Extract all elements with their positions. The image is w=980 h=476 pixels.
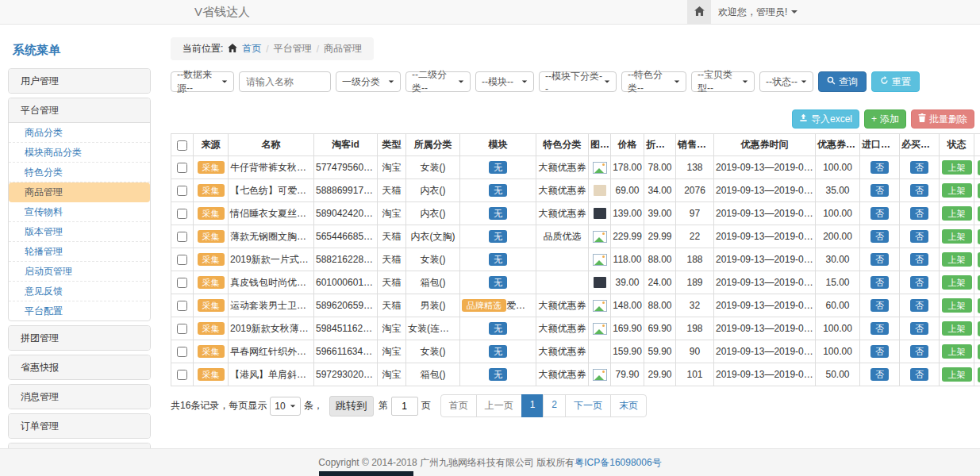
status-badge[interactable]: 上架 xyxy=(942,229,972,244)
sidebar-item-意见反馈[interactable]: 意见反馈 xyxy=(9,282,150,301)
import-select-toggle[interactable]: 否 xyxy=(870,299,889,312)
must-buy-toggle[interactable]: 否 xyxy=(910,230,928,243)
must-buy-toggle[interactable]: 否 xyxy=(910,161,928,174)
import-select-toggle[interactable]: 否 xyxy=(870,161,889,174)
import-select-toggle[interactable]: 否 xyxy=(870,276,889,289)
search-button[interactable]: 查询 xyxy=(818,71,867,92)
price: 69.00 xyxy=(611,179,644,202)
sidebar-group-header-3[interactable]: 省惠快报 xyxy=(9,355,150,379)
filter-select-8[interactable]: --状态-- xyxy=(759,71,813,92)
trash-icon xyxy=(918,113,926,125)
row-checkbox[interactable] xyxy=(177,347,187,357)
import-select-toggle[interactable]: 否 xyxy=(870,368,889,381)
coupon-time: 2019-09-13—2019-09-20 xyxy=(714,271,816,294)
filter-select-0[interactable]: --数据来源-- xyxy=(171,71,234,92)
must-buy-toggle[interactable]: 否 xyxy=(910,276,928,289)
status-badge[interactable]: 上架 xyxy=(942,275,972,290)
import-select-toggle[interactable]: 否 xyxy=(870,345,889,358)
pager-下一页[interactable]: 下一页 xyxy=(565,394,611,417)
must-buy-toggle[interactable]: 否 xyxy=(910,345,928,358)
price: 169.90 xyxy=(611,317,644,340)
name-search-input[interactable] xyxy=(239,71,331,92)
status-badge[interactable]: 上架 xyxy=(942,252,972,267)
must-buy-toggle[interactable]: 否 xyxy=(910,184,928,197)
page-number-input[interactable] xyxy=(391,397,418,416)
filter-select-2[interactable]: 一级分类 xyxy=(336,71,401,92)
sidebar-group-header-2[interactable]: 拼团管理 xyxy=(9,326,150,350)
filter-select-6[interactable]: --特色分类-- xyxy=(621,71,686,92)
must-buy-toggle[interactable]: 否 xyxy=(910,207,928,220)
import-select-toggle[interactable]: 否 xyxy=(870,184,889,197)
filter-select-5[interactable]: --模块下分类-- xyxy=(539,71,617,92)
filter-select-4[interactable]: --模块-- xyxy=(475,71,534,92)
row-checkbox[interactable] xyxy=(177,370,187,380)
sidebar-item-商品管理[interactable]: 商品管理 xyxy=(9,182,150,202)
filter-bar: --数据来源--一级分类--二级分类----模块----模块下分类----特色分… xyxy=(171,71,974,92)
status-badge[interactable]: 上架 xyxy=(942,367,972,382)
pager-1[interactable]: 1 xyxy=(521,394,544,417)
status-badge[interactable]: 上架 xyxy=(942,183,972,198)
user-menu[interactable]: 欢迎您，管理员! xyxy=(718,0,797,24)
sidebar-group-header-1[interactable]: 平台管理 xyxy=(9,98,150,123)
row-checkbox[interactable] xyxy=(177,301,187,311)
row-checkbox[interactable] xyxy=(177,278,187,288)
must-buy-toggle[interactable]: 否 xyxy=(910,368,928,381)
import-select-toggle[interactable]: 否 xyxy=(870,230,889,243)
coupon-time: 2019-09-13—2019-09-17 xyxy=(714,156,816,179)
sidebar-group-5: 订单管理 xyxy=(8,413,151,439)
add-button[interactable]: + 添加 xyxy=(864,109,906,129)
icp-link[interactable]: 粤ICP备16098006号 xyxy=(575,456,661,470)
sidebar-group-header-0[interactable]: 用户管理 xyxy=(9,69,150,93)
batch-delete-button[interactable]: 批量删除 xyxy=(911,109,974,129)
status-badge[interactable]: 上架 xyxy=(942,206,972,221)
module-badge: 无 xyxy=(489,207,507,220)
filter-select-7[interactable]: --宝贝类型-- xyxy=(691,71,755,92)
status-badge[interactable]: 上架 xyxy=(942,298,972,313)
status-badge[interactable]: 上架 xyxy=(942,344,972,359)
pager-上一页[interactable]: 上一页 xyxy=(476,394,522,417)
filter-select-3[interactable]: --二级分类-- xyxy=(405,71,471,92)
row-checkbox[interactable] xyxy=(177,232,187,242)
select-all-checkbox[interactable] xyxy=(177,140,187,151)
must-buy-toggle[interactable]: 否 xyxy=(910,299,928,312)
sidebar-group-header-4[interactable]: 消息管理 xyxy=(9,385,150,409)
per-page-select[interactable]: 10 xyxy=(270,397,300,416)
must-buy-toggle[interactable]: 否 xyxy=(910,253,928,266)
import-select-toggle[interactable]: 否 xyxy=(870,253,889,266)
product-thumbnail xyxy=(594,277,606,288)
sidebar-item-轮播管理[interactable]: 轮播管理 xyxy=(9,242,150,262)
breadcrumb-prefix: 当前位置: xyxy=(183,42,223,56)
import-select-toggle[interactable]: 否 xyxy=(870,207,889,220)
sidebar-group-header-5[interactable]: 订单管理 xyxy=(9,414,150,438)
home-shortcut[interactable] xyxy=(687,0,711,24)
row-checkbox[interactable] xyxy=(177,209,187,219)
row-checkbox[interactable] xyxy=(177,186,187,196)
sales-count: 2076 xyxy=(676,179,714,202)
status-badge[interactable]: 上架 xyxy=(942,321,972,336)
breadcrumb: 当前位置: 首页 / 平台管理 / 商品管理 xyxy=(171,37,374,60)
breadcrumb-home-link[interactable]: 首页 xyxy=(242,42,261,56)
row-checkbox[interactable] xyxy=(177,163,187,173)
sidebar-group-3: 省惠快报 xyxy=(8,355,151,380)
sidebar-item-特色分类[interactable]: 特色分类 xyxy=(9,163,150,182)
sidebar-item-模块商品分类[interactable]: 模块商品分类 xyxy=(9,143,150,163)
jump-button[interactable]: 跳转到 xyxy=(329,396,374,416)
pager-首页[interactable]: 首页 xyxy=(440,394,477,417)
row-checkbox[interactable] xyxy=(177,324,187,334)
pager-末页[interactable]: 末页 xyxy=(610,394,647,417)
sidebar-item-商品分类[interactable]: 商品分类 xyxy=(9,123,150,143)
pager-2[interactable]: 2 xyxy=(543,394,566,417)
status-badge[interactable]: 上架 xyxy=(942,160,972,175)
reset-button[interactable]: 重置 xyxy=(871,71,920,92)
sidebar-item-宣传物料[interactable]: 宣传物料 xyxy=(9,202,150,222)
welcome-text: 欢迎您，管理员! xyxy=(718,6,787,19)
must-buy-toggle[interactable]: 否 xyxy=(910,322,928,335)
import-excel-button[interactable]: 导入excel xyxy=(792,109,859,129)
sidebar-item-平台配置[interactable]: 平台配置 xyxy=(9,301,150,321)
row-checkbox[interactable] xyxy=(177,255,187,265)
import-select-toggle[interactable]: 否 xyxy=(870,322,889,335)
breadcrumb-item: 商品管理 xyxy=(324,42,362,56)
sidebar-item-启动页管理[interactable]: 启动页管理 xyxy=(9,262,150,282)
sidebar-item-版本管理[interactable]: 版本管理 xyxy=(9,222,150,242)
taoke-id: 596611634525 xyxy=(314,340,378,363)
